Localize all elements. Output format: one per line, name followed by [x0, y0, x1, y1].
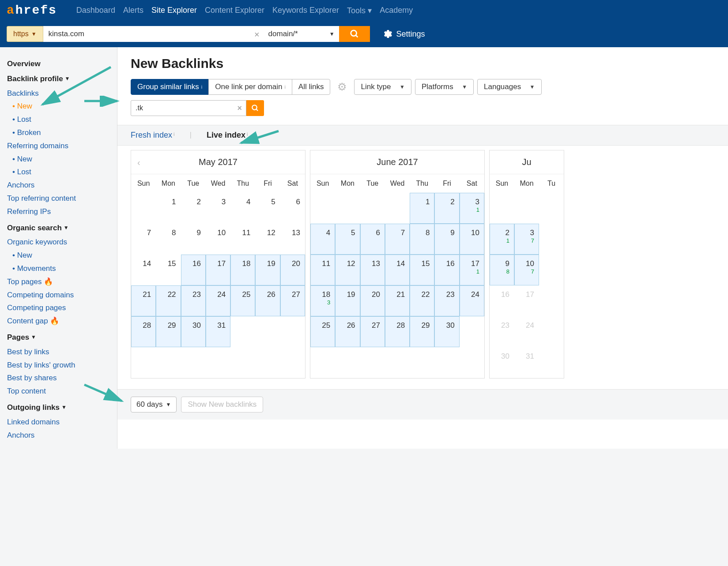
- sidebar-link-anchors[interactable]: Anchors: [7, 429, 110, 442]
- clear-filter-icon[interactable]: ×: [237, 104, 242, 113]
- show-backlinks-button[interactable]: Show New backlinks: [181, 397, 263, 412]
- sidebar-link-linked-domains[interactable]: Linked domains: [7, 416, 110, 429]
- outgoing-heading[interactable]: Outgoing links ▼: [7, 402, 110, 413]
- calendar-day[interactable]: 5: [255, 193, 280, 224]
- calendar-day[interactable]: 31: [206, 316, 230, 347]
- overview-heading[interactable]: Overview: [7, 59, 110, 69]
- calendar-day[interactable]: 12: [335, 255, 360, 285]
- calendar-day[interactable]: 24: [460, 285, 484, 316]
- clear-url-icon[interactable]: ×: [254, 30, 260, 40]
- calendar-day[interactable]: 4: [310, 224, 335, 255]
- calendar-day[interactable]: 16: [181, 255, 206, 285]
- calendar-day[interactable]: 8: [410, 224, 434, 255]
- calendar-day[interactable]: 14: [385, 255, 410, 285]
- organic-search-heading[interactable]: Organic search ▼: [7, 223, 110, 233]
- sidebar-link-best-by-links[interactable]: Best by links: [7, 345, 110, 359]
- calendar-day[interactable]: 98: [490, 255, 514, 285]
- calendar-day[interactable]: 31: [460, 193, 484, 224]
- sidebar-sub-broken[interactable]: Broken: [12, 126, 110, 139]
- sidebar-link-top-pages[interactable]: Top pages 🔥: [7, 275, 110, 289]
- calendar-day[interactable]: 12: [255, 224, 280, 255]
- calendar-day[interactable]: 1: [156, 193, 181, 224]
- calendar-day[interactable]: 22: [156, 285, 181, 316]
- calendar-day[interactable]: 20: [280, 255, 305, 285]
- calendar-day[interactable]: 6: [360, 224, 385, 255]
- calendar-day[interactable]: 23: [181, 285, 206, 316]
- calendar-day[interactable]: 11: [230, 224, 255, 255]
- calendar-day[interactable]: 17: [206, 255, 230, 285]
- gear-filter-icon[interactable]: ⚙: [334, 81, 351, 93]
- backlink-profile-heading[interactable]: Backlink profile ▼: [7, 74, 110, 84]
- calendar-day[interactable]: 24: [206, 285, 230, 316]
- calendar-day[interactable]: 27: [280, 285, 305, 316]
- calendar-day[interactable]: 9: [181, 224, 206, 255]
- nav-site-explorer[interactable]: Site Explorer: [148, 1, 200, 20]
- calendar-day[interactable]: 107: [514, 255, 539, 285]
- calendar-day[interactable]: 29: [410, 316, 434, 347]
- calendar-day[interactable]: 15: [410, 255, 434, 285]
- prev-month-icon[interactable]: ‹: [137, 157, 140, 168]
- calendar-day[interactable]: 20: [360, 285, 385, 316]
- search-button[interactable]: [339, 26, 370, 42]
- sidebar-link-top-ref-content[interactable]: Top referring content: [7, 192, 110, 205]
- calendar-day[interactable]: 21: [131, 285, 156, 316]
- tab-live-index[interactable]: Live index i: [207, 131, 248, 140]
- calendar-day[interactable]: 28: [385, 316, 410, 347]
- nav-alerts[interactable]: Alerts: [120, 1, 147, 20]
- calendar-day[interactable]: 171: [460, 255, 484, 285]
- calendar-day[interactable]: 4: [230, 193, 255, 224]
- calendar-day[interactable]: 14: [131, 255, 156, 285]
- sidebar-sub-lost[interactable]: Lost: [12, 165, 110, 179]
- calendar-day[interactable]: 2: [434, 193, 459, 224]
- dropdown-platforms[interactable]: Platforms ▼: [415, 79, 474, 95]
- sidebar-sub-new[interactable]: New: [12, 100, 110, 113]
- calendar-day[interactable]: 8: [156, 224, 181, 255]
- sidebar-link-organic-keywords[interactable]: Organic keywords: [7, 236, 110, 249]
- calendar-day[interactable]: 24: [514, 316, 539, 347]
- calendar-day[interactable]: 13: [360, 255, 385, 285]
- scope-select[interactable]: domain/* ▼: [264, 26, 339, 42]
- calendar-day[interactable]: 17: [514, 285, 539, 316]
- nav-dashboard[interactable]: Dashboard: [73, 1, 119, 20]
- calendar-day[interactable]: 26: [335, 316, 360, 347]
- nav-academy[interactable]: Academy: [376, 1, 416, 20]
- sidebar-sub-new[interactable]: New: [12, 249, 110, 262]
- toggle-group-similar-links[interactable]: Group similar links i: [131, 79, 209, 95]
- calendar-day[interactable]: 5: [335, 224, 360, 255]
- calendar-day[interactable]: 37: [514, 224, 539, 255]
- calendar-day[interactable]: 1: [410, 193, 434, 224]
- calendar-day[interactable]: 27: [360, 316, 385, 347]
- sidebar-link-anchors[interactable]: Anchors: [7, 179, 110, 192]
- calendar-day[interactable]: 7: [131, 224, 156, 255]
- calendar-day[interactable]: 18: [230, 255, 255, 285]
- calendar-day[interactable]: 15: [156, 255, 181, 285]
- tab-fresh-index[interactable]: Fresh index i: [131, 131, 175, 140]
- sidebar-link-best-by-links-growth[interactable]: Best by links' growth: [7, 359, 110, 372]
- calendar-day[interactable]: 2: [181, 193, 206, 224]
- calendar-day[interactable]: 7: [385, 224, 410, 255]
- sidebar-sub-new[interactable]: New: [12, 153, 110, 166]
- calendar-day[interactable]: 19: [335, 285, 360, 316]
- calendar-day[interactable]: 23: [490, 316, 514, 347]
- calendar-day[interactable]: 29: [156, 316, 181, 347]
- calendar-day[interactable]: 22: [410, 285, 434, 316]
- calendar-day[interactable]: 30: [490, 347, 514, 378]
- sidebar-link-referring-domains[interactable]: Referring domains: [7, 139, 110, 153]
- calendar-day[interactable]: 16: [434, 255, 459, 285]
- calendar-day[interactable]: 25: [230, 285, 255, 316]
- calendar-day[interactable]: 28: [131, 316, 156, 347]
- sidebar-link-competing-domains[interactable]: Competing domains: [7, 289, 110, 302]
- logo[interactable]: ahrefs: [7, 4, 57, 17]
- sidebar-link-best-by-shares[interactable]: Best by shares: [7, 371, 110, 385]
- sidebar-link-backlinks[interactable]: Backlinks: [7, 87, 110, 100]
- calendar-day[interactable]: 16: [490, 285, 514, 316]
- sidebar-sub-lost[interactable]: Lost: [12, 113, 110, 126]
- pages-heading[interactable]: Pages ▼: [7, 332, 110, 343]
- date-range-select[interactable]: 60 days ▼: [131, 397, 177, 412]
- calendar-day[interactable]: 21: [385, 285, 410, 316]
- calendar-day[interactable]: 10: [460, 224, 484, 255]
- calendar-day[interactable]: 23: [434, 285, 459, 316]
- calendar-day[interactable]: 26: [255, 285, 280, 316]
- calendar-day[interactable]: 3: [206, 193, 230, 224]
- calendar-day[interactable]: 30: [434, 316, 459, 347]
